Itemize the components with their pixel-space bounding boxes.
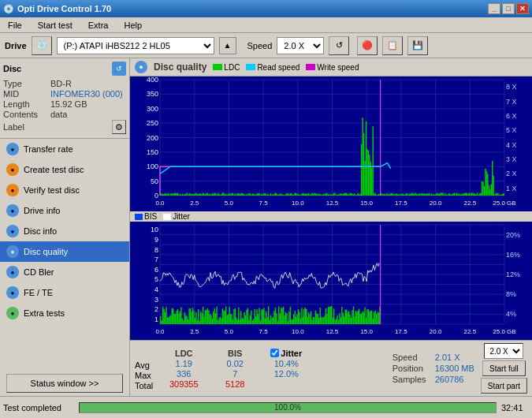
bis-total: 5128	[225, 379, 244, 389]
disc-refresh-button[interactable]: ↺	[112, 62, 126, 76]
bottom-chart-canvas	[130, 222, 532, 340]
extra-tests-icon: ●	[6, 307, 19, 319]
ldc-max: 336	[177, 369, 191, 379]
jitter-header: Jitter	[281, 349, 302, 358]
fe-te-icon: ●	[6, 286, 19, 299]
read-speed-legend-color	[246, 64, 255, 70]
minimize-button[interactable]: _	[488, 3, 500, 14]
ldc-avg: 1.19	[176, 359, 192, 368]
maximize-button[interactable]: □	[502, 3, 515, 14]
sidebar-item-drive-info[interactable]: ● Drive info	[0, 200, 129, 221]
content-header: ● Disc quality LDC Read speed Write spee…	[130, 58, 532, 77]
drive-bar: Drive 💿 (P:) ATAPI iHBS212 2 HL05 ▲ Spee…	[0, 33, 532, 58]
speed-stat-label: Speed	[392, 353, 432, 362]
sidebar-item-label-extra-tests: Extra tests	[24, 308, 65, 318]
sidebar-item-label-cd-bler: CD Bler	[24, 267, 54, 277]
drive-info-icon: ●	[6, 204, 19, 217]
disc-type-value: BD-R	[50, 79, 72, 88]
max-row-label: Max	[135, 371, 153, 380]
position-stat-label: Position	[392, 364, 432, 373]
jitter-checkbox[interactable]	[270, 349, 279, 357]
ldc-total: 309355	[169, 379, 199, 389]
content-icon: ●	[135, 61, 147, 73]
status-window-button[interactable]: Status window >>	[6, 374, 123, 393]
stats-panel: Avg Max Total LDC 1.19 336 309355 BIS 0.…	[130, 340, 532, 396]
close-button[interactable]: ✕	[516, 3, 529, 14]
progress-label: 100.0%	[80, 403, 496, 412]
bis-legend-label: BIS	[144, 212, 157, 221]
bis-max: 7	[233, 369, 237, 379]
position-stat-value: 16300 MB	[435, 364, 474, 373]
jitter-total	[285, 379, 288, 389]
disc-info-panel: Disc ↺ Type BD-R MID INFOMER30 (000) Len…	[0, 58, 129, 139]
create-test-disc-icon: ●	[6, 163, 19, 176]
disc-label-icon[interactable]: ⚙	[112, 120, 126, 134]
menu-extra[interactable]: Extra	[84, 19, 113, 32]
sidebar-item-label-drive-info: Drive info	[24, 206, 60, 215]
speed-label: Speed	[247, 41, 273, 50]
menu-file[interactable]: File	[3, 19, 27, 32]
menu-start-test[interactable]: Start test	[33, 19, 77, 32]
sidebar-item-disc-info[interactable]: ● Disc info	[0, 221, 129, 241]
sidebar-menu: ● Transfer rate ● Create test disc ● Ver…	[0, 139, 129, 371]
progress-bar: 100.0%	[79, 402, 497, 413]
sidebar-item-extra-tests[interactable]: ● Extra tests	[0, 303, 129, 323]
menu-help[interactable]: Help	[119, 19, 147, 32]
title-bar: 💿 Opti Drive Control 1.70 _ □ ✕	[0, 0, 532, 17]
bis-header: BIS	[228, 349, 242, 358]
disc-length-label: Length	[3, 99, 50, 109]
disc-contents-value: data	[50, 110, 67, 119]
sidebar-item-fe-te[interactable]: ● FE / TE	[0, 282, 129, 303]
bottom-chart	[130, 222, 532, 340]
start-part-button[interactable]: Start part	[481, 378, 527, 394]
refresh-button[interactable]: ↺	[329, 36, 349, 55]
drive-eject-button[interactable]: ▲	[219, 37, 236, 54]
jitter-legend-color	[163, 214, 171, 220]
ldc-header: LDC	[175, 349, 193, 358]
bis-avg: 0.02	[227, 359, 244, 368]
transfer-rate-icon: ●	[6, 143, 19, 155]
bottom-chart-legend: BIS Jitter	[130, 211, 532, 222]
jitter-header-row: Jitter	[270, 349, 302, 358]
sidebar-item-label-create: Create test disc	[24, 165, 84, 174]
avg-row-label: Avg	[135, 360, 153, 370]
sidebar-item-create-test-disc[interactable]: ● Create test disc	[0, 159, 129, 180]
app-icon: 💿	[3, 4, 14, 14]
speed-stat-value: 2.01 X	[435, 353, 460, 362]
disc-mid-label: MID	[3, 89, 50, 99]
drive-icon: 💿	[32, 36, 52, 55]
jitter-avg: 10.4%	[274, 359, 299, 368]
disc-length-value: 15.92 GB	[50, 99, 87, 109]
top-chart-legend: LDC Read speed Write speed	[213, 63, 359, 72]
charts-container: BIS Jitter	[130, 77, 532, 340]
disc-contents-label: Contents	[3, 110, 50, 119]
sidebar-item-disc-quality[interactable]: ● Disc quality	[0, 241, 129, 262]
sidebar-item-label-disc-quality: Disc quality	[24, 247, 68, 256]
save-button[interactable]: 💾	[407, 36, 428, 55]
content-area: ● Disc quality LDC Read speed Write spee…	[130, 58, 532, 396]
content-title: Disc quality	[154, 62, 206, 73]
top-chart-canvas	[130, 77, 532, 211]
speed-select[interactable]: 2.0 X 4.0 X	[277, 37, 324, 54]
main-layout: Disc ↺ Type BD-R MID INFOMER30 (000) Len…	[0, 58, 532, 396]
disc-info-icon: ●	[6, 225, 19, 237]
app-title: Opti Drive Control 1.70	[17, 4, 111, 13]
drive-label: Drive	[5, 41, 27, 50]
disc-type-label: Type	[3, 79, 50, 88]
sidebar-item-verify-test-disc[interactable]: ● Verify test disc	[0, 180, 129, 200]
ldc-legend-label: LDC	[224, 63, 240, 72]
sidebar-item-transfer-rate[interactable]: ● Transfer rate	[0, 139, 129, 159]
samples-stat-value: 260786	[435, 375, 464, 384]
disc-panel-title: Disc	[3, 64, 21, 73]
start-full-button[interactable]: Start full	[482, 360, 526, 376]
copy-button[interactable]: 📋	[382, 36, 403, 55]
drive-select[interactable]: (P:) ATAPI iHBS212 2 HL05	[57, 37, 214, 54]
cd-bler-icon: ●	[6, 266, 19, 278]
erase-button[interactable]: 🔴	[357, 36, 378, 55]
disc-label-label: Label	[3, 122, 50, 132]
read-speed-legend-label: Read speed	[257, 63, 299, 72]
jitter-max: 12.0%	[274, 369, 299, 379]
test-speed-select[interactable]: 2.0 X4.0 X8.0 X	[484, 343, 523, 359]
sidebar-item-label-transfer-rate: Transfer rate	[24, 144, 73, 154]
sidebar-item-cd-bler[interactable]: ● CD Bler	[0, 262, 129, 282]
